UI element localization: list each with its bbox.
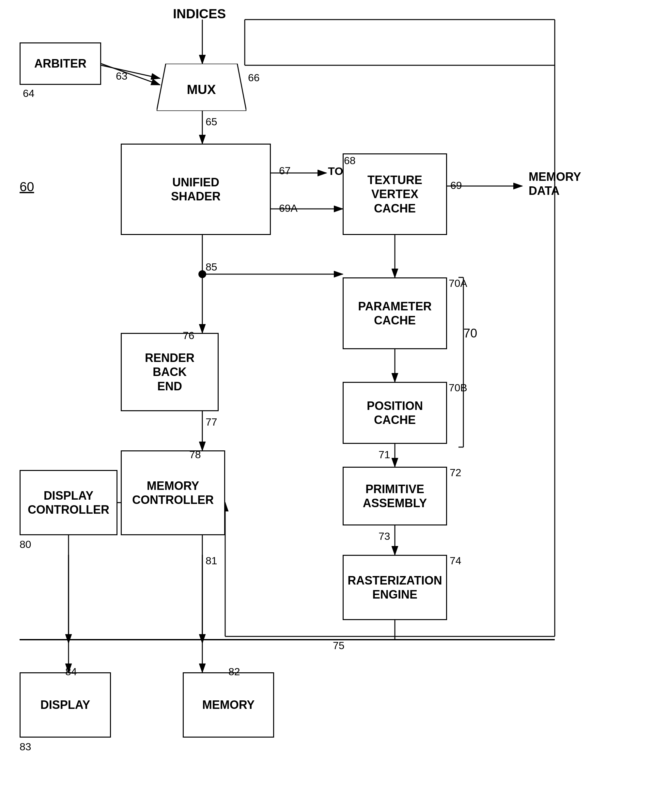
indices-label: INDICES bbox=[173, 7, 226, 21]
primitive-assembly-block: PRIMITIVEASSEMBLY bbox=[343, 467, 447, 525]
ref-76: 76 bbox=[183, 330, 194, 342]
memory-block: MEMORY bbox=[183, 673, 274, 737]
rasterization-engine-block: RASTERIZATIONENGINE bbox=[343, 555, 447, 620]
ref-83: 83 bbox=[20, 741, 32, 753]
svg-text:MUX: MUX bbox=[187, 82, 216, 96]
ref-72: 72 bbox=[450, 467, 461, 479]
ref-73: 73 bbox=[378, 530, 390, 542]
ref-85: 85 bbox=[206, 261, 217, 273]
ref-69a: 69A bbox=[279, 203, 298, 214]
ref-74: 74 bbox=[450, 555, 461, 567]
ref-71: 71 bbox=[378, 449, 390, 461]
ref-65: 65 bbox=[206, 116, 217, 128]
ref-75: 75 bbox=[333, 640, 345, 652]
ref-82: 82 bbox=[229, 666, 240, 678]
ref-60: 60 bbox=[20, 179, 34, 194]
ref-81: 81 bbox=[206, 555, 217, 567]
ref-84: 84 bbox=[65, 666, 77, 678]
ref-63: 63 bbox=[116, 70, 128, 82]
ref-66: 66 bbox=[248, 72, 260, 84]
position-cache-block: POSITIONCACHE bbox=[343, 382, 447, 444]
ref-69: 69 bbox=[450, 179, 462, 192]
display-block: DISPLAY bbox=[20, 673, 111, 737]
ref-64: 64 bbox=[23, 88, 35, 100]
ref-80: 80 bbox=[20, 538, 32, 551]
memory-controller-block: MEMORYCONTROLLER bbox=[121, 450, 225, 535]
display-controller-block: DISPLAYCONTROLLER bbox=[20, 470, 118, 535]
render-back-end-block: RENDERBACKEND bbox=[121, 333, 219, 411]
svg-line-3 bbox=[101, 65, 160, 78]
memory-data-label: MEMORYDATA bbox=[529, 170, 581, 198]
texture-vertex-cache-block: TEXTUREVERTEXCACHE bbox=[343, 153, 447, 235]
ref-77: 77 bbox=[206, 416, 217, 428]
parameter-cache-block: PARAMETERCACHE bbox=[343, 277, 447, 349]
ref-78: 78 bbox=[189, 449, 201, 461]
mux-block: MUX bbox=[157, 64, 246, 111]
ref-68: 68 bbox=[343, 153, 357, 168]
unified-shader-block: UNIFIEDSHADER bbox=[121, 144, 271, 235]
arbiter-block: ARBITER bbox=[20, 42, 101, 85]
ref-67: 67 bbox=[279, 165, 291, 177]
